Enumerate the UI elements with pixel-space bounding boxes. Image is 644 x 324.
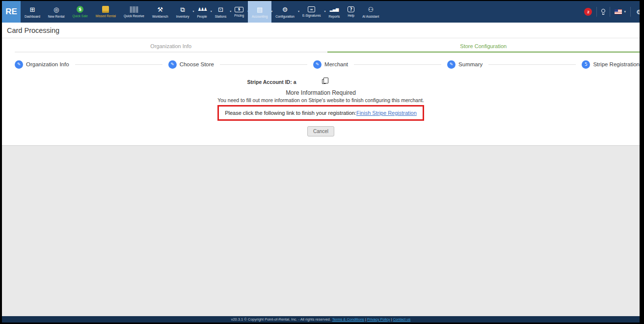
- missed-rental-icon: [102, 6, 109, 13]
- stripe-account-id-label: Stripe Account ID: a: [247, 79, 296, 85]
- registration-alert-box: Please click the following link to finis…: [217, 105, 424, 121]
- nav-item[interactable]: ⊡ Stations ▾: [211, 1, 231, 23]
- top-navbar: RE ⊞ Dashboard ▾ ◎ New Rental ▾ $ Quick …: [2, 1, 640, 23]
- cancel-button[interactable]: Cancel: [307, 126, 334, 136]
- divider: [596, 7, 597, 17]
- step-completed-icon: ✎: [15, 60, 23, 69]
- footer-link[interactable]: Terms & Conditions: [332, 317, 367, 322]
- page-header: Card Processing: [2, 23, 640, 38]
- copyright-text: v20.3.1 © Copyright Point-of-Rental, Inc…: [231, 317, 331, 322]
- new-rental-icon: ◎: [53, 6, 60, 13]
- ai-assistant-icon: ⚇: [367, 6, 374, 13]
- footer-link[interactable]: Privacy Policy: [367, 317, 393, 322]
- quick-sale-icon: $: [77, 6, 83, 13]
- nav-item[interactable]: ⧉ Inventory ▾: [172, 1, 193, 23]
- nav-item[interactable]: $ Pricing ▾: [230, 1, 248, 23]
- stations-icon: ⊡: [217, 6, 224, 13]
- pricing-icon: $: [235, 7, 243, 12]
- configuration-icon: ⚙: [282, 6, 289, 13]
- divider: [610, 7, 610, 17]
- stepper-step[interactable]: ✎ Organization Info: [15, 60, 69, 69]
- stripe-registration-panel: Stripe Account ID: a More Information Re…: [2, 76, 640, 146]
- workbench-icon: ⚒: [157, 6, 163, 13]
- step-number-icon: 5: [582, 60, 590, 69]
- stripe-account-row: Stripe Account ID: a: [238, 78, 404, 86]
- stepper: ✎ Organization Info ✎ Choose Store ✎ Mer…: [15, 53, 640, 76]
- reports-icon: ▂▄▆: [330, 6, 339, 13]
- page-title: Card Processing: [7, 27, 635, 34]
- navbar-right-controls: 2 ▾ ⚙: [584, 1, 640, 23]
- accounting-icon: ▤: [256, 6, 263, 13]
- footer: v20.3.1 © Copyright Point-of-Rental, Inc…: [2, 316, 640, 323]
- step-completed-icon: ✎: [313, 60, 322, 69]
- nav-item[interactable]: ⊞ Dashboard ▾: [21, 1, 44, 23]
- nav-item[interactable]: ◎ New Rental ▾: [44, 1, 69, 23]
- stepper-step[interactable]: ✎ Summary: [447, 60, 483, 69]
- step-connector: [488, 64, 576, 65]
- step-completed-icon: ✎: [447, 60, 456, 69]
- step-connector: [220, 64, 307, 65]
- nav-item[interactable]: Missed Rental ▾: [92, 1, 120, 23]
- nav-item[interactable]: ⚇ AI Assistant ▾: [358, 1, 383, 23]
- nav-item[interactable]: ▂▄▆ Reports ▾: [325, 1, 344, 23]
- e-signatures-icon: ≡: [308, 6, 315, 12]
- step-connector: [75, 64, 162, 65]
- page-background: [2, 145, 640, 316]
- stripe-account-id-value: a: [294, 79, 296, 85]
- finish-registration-link[interactable]: Finish Stripe Registration: [356, 110, 417, 116]
- step-connector: [354, 64, 441, 65]
- dashboard-icon: ⊞: [29, 6, 36, 13]
- footer-links: Terms & ConditionsPrivacy PolicyContact …: [332, 317, 410, 322]
- app-window: RE ⊞ Dashboard ▾ ◎ New Rental ▾ $ Quick …: [2, 1, 640, 323]
- info-heading: More Information Required: [2, 89, 640, 96]
- nav-item[interactable]: ⚒ Workbench ▾: [148, 1, 172, 23]
- nav-item[interactable]: $ Quick Sale ▾: [68, 1, 91, 23]
- alert-wrapper: Please click the following link to finis…: [2, 105, 640, 121]
- nav-item[interactable]: ≡ E-Signatures ▾: [298, 1, 325, 23]
- nav-item[interactable]: ♟♟♟ People ▾: [193, 1, 211, 23]
- notification-badge[interactable]: 2: [584, 8, 592, 16]
- stepper-step[interactable]: ✎ Merchant: [313, 60, 348, 69]
- nav-item[interactable]: ? Help ▾: [344, 1, 358, 23]
- stepper-step[interactable]: ✎ Choose Store: [168, 60, 214, 69]
- app-logo[interactable]: RE: [2, 1, 21, 23]
- settings-icon[interactable]: ⚙: [636, 8, 640, 16]
- inventory-icon: ⧉: [179, 6, 186, 13]
- tab[interactable]: Organization Info: [15, 40, 327, 53]
- chevron-down-icon: ▾: [624, 10, 626, 14]
- actions-row: Cancel: [2, 126, 640, 136]
- quick-receive-icon: [130, 6, 138, 13]
- instruction-text: Please click the following link to finis…: [225, 110, 356, 116]
- tab[interactable]: Store Configuration: [327, 40, 640, 53]
- lightbulb-icon[interactable]: [601, 9, 605, 15]
- nav-item[interactable]: Quick Receive ▾: [120, 1, 148, 23]
- divider: [630, 7, 631, 17]
- nav-menu: ⊞ Dashboard ▾ ◎ New Rental ▾ $ Quick Sal…: [21, 1, 383, 23]
- nav-item[interactable]: ▤ Accounting ▾: [248, 1, 271, 23]
- nav-item[interactable]: ⚙ Configuration ▾: [271, 1, 298, 23]
- copy-icon[interactable]: [322, 79, 326, 84]
- info-subheading: You need to fill out more information on…: [2, 97, 640, 103]
- language-selector[interactable]: ▾: [615, 9, 626, 14]
- help-icon: ?: [348, 6, 354, 12]
- window-frame: RE ⊞ Dashboard ▾ ◎ New Rental ▾ $ Quick …: [2, 1, 640, 323]
- footer-link[interactable]: Contact us: [393, 317, 410, 322]
- step-completed-icon: ✎: [168, 60, 177, 69]
- tab-bar: Organization InfoStore Configuration: [15, 40, 640, 53]
- us-flag-icon: [615, 9, 622, 14]
- stepper-step[interactable]: 5 Stripe Registration: [582, 60, 640, 69]
- people-icon: ♟♟♟: [197, 6, 206, 13]
